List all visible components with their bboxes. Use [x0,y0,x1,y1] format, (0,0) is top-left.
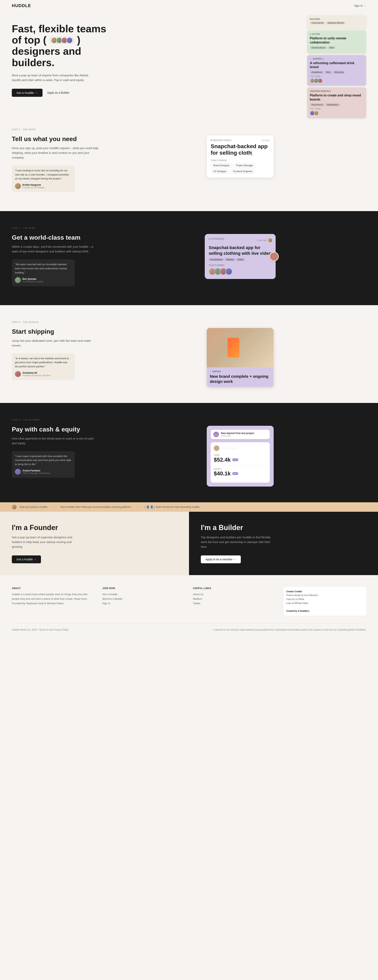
step1-testimonial: "I was looking to move fast on branding … [12,165,75,192]
tag-ecommerce: #ecommerce [310,103,324,106]
progress-tags: #e-commerce #fashion #video [209,258,272,261]
step1-section: STEP 1 - THE BRIEF Tell us what you need… [0,113,378,211]
ticker-text1: Kyle just joined a huddle [20,506,48,508]
role-ux: UX Designer [211,169,229,174]
hero-cards: BUILDING Visual Identity Marketing Websi… [307,15,366,118]
step2-author: Ben Quimpe Co-Founder at James [15,277,72,283]
shipping-image [207,328,274,368]
text-cursor [252,151,252,156]
shipped-title: A refreshing caffeinated drink brand [310,61,364,70]
hero-headline: Fast, flexible teams of top ( ) designer… [12,23,114,68]
step2-right: IN PROGRESS 3 Days Ago Snapchat-backed a… [114,234,366,279]
equity-amount: $40.1k 9 yo [214,471,266,477]
tag-health: #Healthfood [310,71,324,74]
step2-section: STEP 2 - THE TEAM Get a world-class team… [0,211,378,305]
step1-left: Tell us what you need Once you sign up, … [12,135,99,196]
team-avatar-p4 [225,268,232,275]
credit-1: Product design by Kym Mienshui [286,594,318,597]
cash-badge: 2 yo [232,458,238,461]
shipping-bottom: ✓ SHIPPED New brand complete + ongoing d… [207,368,274,387]
equity-badge: 9 yo [232,472,238,475]
terms-link[interactable]: Terms of Use Privacy Policy [39,628,69,631]
step4-author: Ariana Farahani CEO & Founder, Paint Pre… [15,469,72,475]
step3-desc: Jump into your dedicated room, jam with … [12,339,99,348]
step4-author-role: CEO & Founder, Paint Press [22,472,50,474]
shipped-checkmark: ✓ [310,58,312,60]
step3-section: STEP 3 - THE HUDDLE Start shipping Jump … [0,305,378,403]
footer-useful: USEFUL LINKS About Us Medium Twitter [193,587,276,616]
step1-title: Tell us what you need [12,135,99,143]
ongoing-label: ONGOING MONTHLY [310,90,364,92]
join-sign-in[interactable]: Sign In [102,601,185,606]
tag-b2c: #B2c [324,71,332,74]
get-huddle-button-2[interactable]: Get a Huddle → [12,555,41,563]
ticker-text3: ( 👤 👤 ) Team formed for New Branding hud… [145,506,200,508]
hero-text-block: Fast, flexible teams of top ( ) designer… [12,23,114,97]
role-brand: Brand Designer [211,163,232,168]
step2-label: STEP 2 - THE TEAM [12,227,366,229]
footer-join: JOIN NOW Get a Huddle Become a Builder S… [102,587,185,616]
wallet-card: 💰 New deposit from last project. 2 Mins … [207,426,274,487]
get-huddle-button[interactable]: Get a Huddle → [12,89,43,97]
team-label: THE TEAM [310,75,364,78]
join-get-huddle[interactable]: Get a Huddle [102,592,185,597]
building-label: BUILDING [310,18,364,20]
team-formed-label: TEAM FORMED [209,264,272,266]
credits-heading: Creator Credits [286,590,302,593]
footer-credits: Creator Credits Product design by Kym Mi… [284,587,366,616]
step4-section: STEP 4 - THE PAYMENT Pay with cash & equ… [0,403,378,502]
founder-desc: Get a pop-up team of superstar designers… [12,535,83,549]
footer-about: ABOUT Huddle is a home base where people… [12,587,94,616]
wallet-inner: Your Wallet CASH $52.4k 2 yo EQUITY $40. [211,442,270,483]
step1-label: STEP 1 - THE BRIEF [12,128,366,130]
apply-member-button[interactable]: Apply to be a member → [201,555,241,563]
step4-testimonial: "I was super impressed with how excellen… [12,451,75,478]
tag-ecommerce2: #e-commerce [209,258,224,261]
team-avatars-prog [209,268,272,275]
step1-author: Kristin Hargrove Founder at 1/17Pepper [15,183,72,189]
cash-row: CASH $52.4k 2 yo [214,454,266,463]
cash-label: CASH [214,454,266,456]
shipped-badge: ✓ SHIPPED [210,371,271,373]
hero-buttons: Get a Huddle → Apply as a Builder [12,89,114,97]
step4-desc: One-click payments to the whole team in … [12,436,99,445]
progress-meta: 3 Days Ago [257,238,272,243]
step4-label: STEP 4 - THE PAYMENT [12,419,366,421]
credit-3: Logo by Michael Taylor [286,602,308,604]
step3-title: Start shipping [12,328,99,335]
step4-author-info: Ariana Farahani CEO & Founder, Paint Pre… [22,469,50,474]
team-forming-label: TEAM FORMING [211,159,270,162]
step3-author-name: Anastasia Ali [22,371,51,374]
team-avatar [314,111,319,116]
footer-kindwork-note: A percent of our revenue helps talented … [214,628,366,631]
apply-builder-link[interactable]: Apply as a Builder [47,91,70,94]
join-become-builder[interactable]: Become a Builder [102,597,185,601]
step2-author-role: Co-Founder at James [22,280,43,283]
builder-title: I'm a Builder [201,523,366,532]
role-pm: Project Manager [233,163,256,168]
footer-bottom: Huddle Works Inc. 2022 • Terms of Use Pr… [12,624,366,631]
cash-amount: $52.4k 2 yo [214,457,266,463]
creating-label: CREATING HUDDLE [211,139,231,142]
useful-about[interactable]: About Us [193,592,276,597]
progress-title: Snapchat-backed app for selling clothing… [209,245,272,256]
notif-icon: 💰 [214,432,219,437]
progress-label: IN PROGRESS [209,238,224,240]
step2-content: Get a world-class team Within a couple d… [12,234,366,289]
step3-author: Anastasia Ali Founder @ Renoop, Naveine [15,371,72,377]
team-avatars [310,78,364,83]
step1-author-role: Founder at 1/17Pepper [22,186,45,189]
sign-in-link[interactable]: Sign In → [354,4,366,7]
progress-dot [209,239,210,240]
step2-author-avatar [15,277,21,283]
shipped-card: ✓ SHIPPED ✓ A refreshing caffeinated dri… [307,55,366,86]
useful-twitter[interactable]: Twitter [193,601,276,606]
progress-card: IN PROGRESS 3 Days Ago Snapchat-backed a… [205,234,276,279]
split-section: I'm a Founder Get a pop-up team of super… [0,512,378,575]
building-tags: Visual Identity Marketing Website [310,21,364,24]
step2-left: Get a world-class team Within a couple d… [12,234,99,289]
notif-time: 2 Mins Ago [221,435,255,437]
useful-medium[interactable]: Medium [193,597,276,601]
active-title: Platform to unify remote collaboration [310,37,364,45]
step2-author-name: Ben Quimpe [22,278,43,280]
